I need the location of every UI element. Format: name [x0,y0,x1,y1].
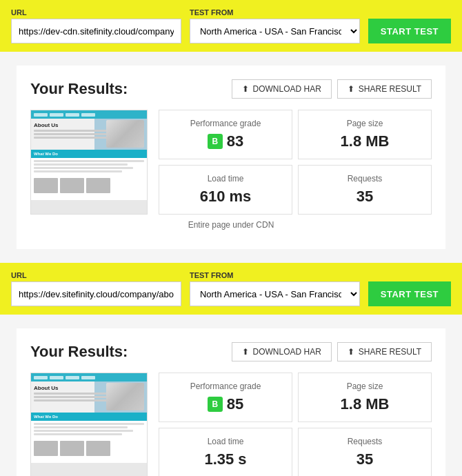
testfrom-select-2[interactable]: North America - USA - San Francisco Euro… [190,281,360,306]
page-size-label-1: Page size [310,119,420,128]
metrics-grid-1: Performance grade B 83 Page size 1.8 MB … [159,110,432,215]
download-har-button-1[interactable]: ⬆ DOWNLOAD HAR [232,79,332,99]
download-icon-1: ⬆ [242,84,249,94]
page-size-label-2: Page size [310,381,420,391]
performance-grade-card-1: Performance grade B 83 [159,110,292,159]
download-icon-2: ⬆ [242,347,249,357]
start-test-button-2[interactable]: START TEST [368,281,451,306]
testfrom-field-1: Test from North America - USA - San Fran… [190,8,360,43]
testfrom-label-2: Test from [190,271,360,279]
share-icon-1: ⬆ [348,84,354,94]
grade-badge-1: B [208,134,223,149]
url-field-2: URL [11,271,181,306]
testfrom-field-2: Test from North America - USA - San Fran… [190,271,360,306]
load-time-value-2: 1.35 s [170,450,281,468]
share-icon-2: ⬆ [348,347,354,357]
requests-card-2: Requests 35 [298,428,432,476]
grade-badge-2: B [208,397,223,412]
url-label-2: URL [11,271,181,279]
performance-grade-value-1: B 83 [170,132,281,150]
results-section-2: Your Results: ⬆ DOWNLOAD HAR ⬆ SHARE RES… [17,328,445,476]
performance-grade-card-2: Performance grade B 85 [159,373,292,422]
page-size-card-1: Page size 1.8 MB [298,110,432,159]
load-time-label-1: Load time [170,174,281,184]
url-label-1: URL [11,8,181,17]
testfrom-select-1[interactable]: North America - USA - San Francisco Euro… [190,19,360,43]
share-result-button-1[interactable]: ⬆ SHARE RESULT [337,79,432,99]
download-har-button-2[interactable]: ⬆ DOWNLOAD HAR [232,342,332,361]
testfrom-label-1: Test from [190,8,360,17]
load-time-card-2: Load time 1.35 s [159,428,292,476]
requests-card-1: Requests 35 [298,165,432,215]
requests-value-1: 35 [310,188,420,206]
load-time-card-1: Load time 610 ms [159,165,292,215]
metrics-grid-2: Performance grade B 85 Page size 1.8 MB … [159,373,432,476]
requests-label-2: Requests [310,437,420,446]
url-input-2[interactable] [11,281,181,306]
results-content-1: About Us What We Do [30,110,432,215]
requests-label-1: Requests [310,174,420,184]
load-time-label-2: Load time [170,437,281,446]
performance-grade-value-2: B 85 [170,395,281,413]
performance-grade-label-2: Performance grade [170,381,281,391]
page-size-value-1: 1.8 MB [310,132,420,150]
page-size-card-2: Page size 1.8 MB [298,373,432,422]
results-section-1: Your Results: ⬆ DOWNLOAD HAR ⬆ SHARE RES… [17,66,445,249]
screenshot-2: About Us What We Do [30,373,148,476]
url-field-1: URL [11,8,181,43]
share-result-button-2[interactable]: ⬆ SHARE RESULT [337,342,432,361]
screenshot-1: About Us What We Do [30,110,148,215]
results-header-2: Your Results: ⬆ DOWNLOAD HAR ⬆ SHARE RES… [30,342,432,361]
load-time-value-1: 610 ms [170,188,281,206]
results-title-2: Your Results: [30,343,128,361]
cdn-note-1: Entire page under CDN [30,220,432,230]
results-actions-1: ⬆ DOWNLOAD HAR ⬆ SHARE RESULT [232,79,432,99]
results-actions-2: ⬆ DOWNLOAD HAR ⬆ SHARE RESULT [232,342,432,361]
results-title-1: Your Results: [30,80,128,98]
performance-grade-label-1: Performance grade [170,119,281,128]
requests-value-2: 35 [310,450,420,468]
page-size-value-2: 1.8 MB [310,395,420,413]
toolbar-2: URL Test from North America - USA - San … [0,263,462,315]
toolbar-1: URL Test from North America - USA - San … [0,0,462,52]
results-header-1: Your Results: ⬆ DOWNLOAD HAR ⬆ SHARE RES… [30,79,432,99]
url-input-1[interactable] [11,19,181,43]
start-test-button-1[interactable]: START TEST [368,19,451,43]
results-content-2: About Us What We Do [30,373,432,476]
